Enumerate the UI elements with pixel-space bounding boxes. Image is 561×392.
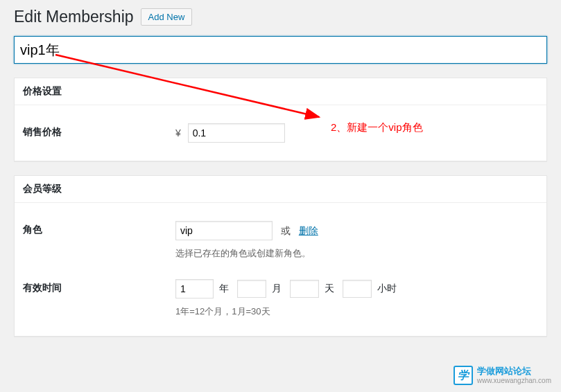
membership-title-input[interactable] xyxy=(14,36,547,64)
duration-label: 有效时间 xyxy=(23,269,175,328)
month-input[interactable] xyxy=(237,280,266,298)
delete-link[interactable]: 删除 xyxy=(299,225,318,236)
member-level-box: 会员等级 角色 或 删除 选择已存在的角色或创建新角色。 有效时间 xyxy=(14,175,547,337)
page-title: Edit Membership xyxy=(14,7,134,28)
or-text: 或 xyxy=(281,225,291,238)
role-description: 选择已存在的角色或创建新角色。 xyxy=(175,247,538,260)
hour-unit: 小时 xyxy=(377,283,397,295)
year-unit: 年 xyxy=(219,283,229,295)
month-unit: 月 xyxy=(272,283,282,295)
currency-symbol: ¥ xyxy=(175,127,181,139)
hour-input[interactable] xyxy=(343,280,372,298)
watermark-title: 学做网站论坛 xyxy=(477,366,551,376)
price-settings-box: 价格设置 销售价格 ¥ xyxy=(14,78,547,161)
day-unit: 天 xyxy=(325,283,334,295)
member-level-heading: 会员等级 xyxy=(15,176,546,203)
watermark: 学 学做网站论坛 www.xuewangzhan.com xyxy=(454,366,551,385)
day-input[interactable] xyxy=(290,280,319,298)
price-settings-heading: 价格设置 xyxy=(15,78,546,105)
role-label: 角色 xyxy=(23,211,175,269)
watermark-icon: 学 xyxy=(454,366,473,385)
duration-description: 1年=12个月，1月=30天 xyxy=(175,305,538,318)
year-input[interactable] xyxy=(175,279,214,299)
sale-price-input[interactable] xyxy=(188,123,285,143)
sale-price-label: 销售价格 xyxy=(23,114,175,152)
watermark-url: www.xuewangzhan.com xyxy=(477,377,551,384)
role-input[interactable] xyxy=(175,221,273,240)
add-new-button[interactable]: Add New xyxy=(141,8,193,26)
